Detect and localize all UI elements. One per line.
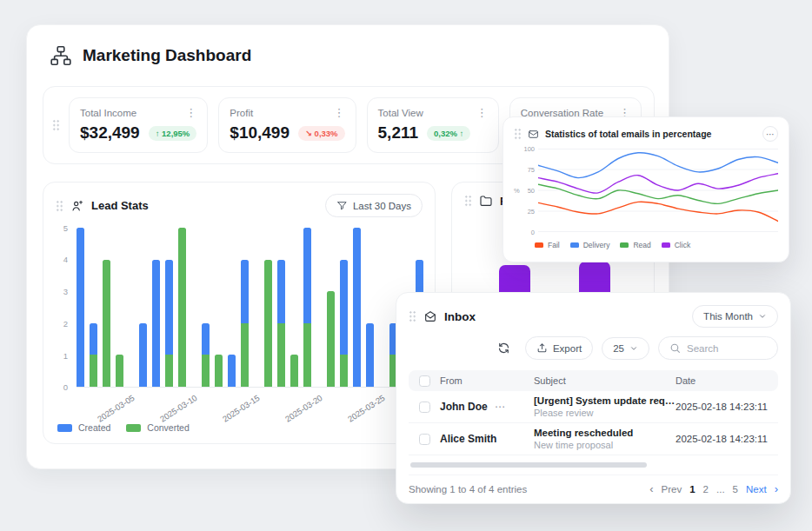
- kebab-menu-icon[interactable]: ⋮: [185, 107, 196, 118]
- stat-card: Total Income⋮$32,499↑ 12,95%: [69, 97, 208, 153]
- page-number[interactable]: 2: [703, 484, 709, 494]
- pagination-pages: 12...5: [689, 484, 738, 494]
- drag-handle-icon[interactable]: [52, 119, 60, 131]
- next-button[interactable]: Next: [746, 484, 767, 494]
- stat-label: Total View: [378, 108, 423, 118]
- drag-handle-icon[interactable]: [56, 200, 63, 212]
- lead-y-axis: 543210: [56, 228, 70, 388]
- x-tick-label: 2025-03-20: [283, 393, 324, 424]
- page: Marketing Dashboard Total Income⋮$32,499…: [0, 0, 812, 531]
- select-all-checkbox[interactable]: [419, 375, 430, 387]
- bar-group: [77, 228, 123, 387]
- row-checkbox[interactable]: [419, 402, 430, 413]
- panel-title: Lead Stats: [91, 199, 149, 212]
- kebab-menu-icon[interactable]: ⋮: [334, 107, 345, 118]
- bar: [353, 228, 361, 387]
- legend-item: Delivery: [570, 241, 610, 249]
- chevron-down-icon: [758, 312, 767, 321]
- email-y-axis: 1007550250: [522, 149, 538, 232]
- funnel-icon: [336, 200, 348, 211]
- email-stats-title: Statistics of total emails in percentage: [545, 129, 711, 139]
- bar: [264, 228, 272, 387]
- lead-stats-header: Lead Stats Last 30 Days: [43, 183, 435, 217]
- email-stats-card: Statistics of total emails in percentage…: [503, 116, 789, 262]
- stat-value: 5,211: [378, 123, 419, 143]
- x-tick-label: 2025-03-25: [346, 393, 387, 424]
- search-input[interactable]: [687, 343, 767, 354]
- column-header-subject: Subject: [534, 375, 676, 386]
- lead-bars: [77, 228, 426, 388]
- inbox-toolbar: Export 25: [409, 336, 778, 360]
- inbox-icon: [423, 309, 437, 323]
- bar: [139, 228, 147, 387]
- bar: [366, 228, 374, 387]
- scrollbar-thumb[interactable]: [410, 462, 647, 468]
- page-number[interactable]: 5: [733, 484, 738, 494]
- chevron-down-icon: [629, 344, 638, 353]
- inbox-footer: Showing 1 to 4 of 4 entries ‹ Prev 12...…: [409, 475, 778, 495]
- sender-name: Alice Smith: [440, 433, 496, 445]
- stat-card: Profit⋮$10,499↘ 0,33%: [218, 97, 356, 153]
- email-line-chart: % 1007550250: [514, 149, 778, 232]
- next-chevron-icon[interactable]: ›: [775, 482, 778, 495]
- bar: [77, 228, 84, 387]
- drag-handle-icon[interactable]: [409, 310, 416, 322]
- stat-value: $10,499: [230, 123, 290, 143]
- legend-swatch: [57, 424, 72, 432]
- inbox-header: Inbox This Month: [409, 305, 778, 328]
- drag-handle-icon[interactable]: [514, 128, 522, 140]
- x-tick-label: 2025-03-05: [96, 393, 136, 424]
- email-stats-menu-button[interactable]: ⋯: [762, 126, 778, 142]
- export-button[interactable]: Export: [525, 336, 593, 360]
- bar-group: [202, 228, 249, 387]
- drag-handle-icon[interactable]: [464, 195, 472, 207]
- prev-chevron-icon[interactable]: ‹: [649, 482, 653, 495]
- refresh-button[interactable]: [492, 337, 516, 360]
- legend-item: Click: [662, 241, 690, 249]
- lead-stats-icon: [70, 199, 84, 213]
- stat-card: Total View⋮5,2110,32% ↑: [367, 97, 499, 153]
- inbox-table-body: John Doe⋯[Urgent] System update required…: [409, 391, 778, 455]
- bar-group: [139, 228, 186, 387]
- search-box: [658, 336, 778, 360]
- row-checkbox[interactable]: [419, 434, 430, 445]
- page-title: Marketing Dashboard: [83, 46, 251, 65]
- legend-label: Read: [633, 241, 650, 249]
- date-filter-button[interactable]: Last 30 Days: [325, 194, 423, 217]
- table-row[interactable]: John Doe⋯[Urgent] System update required…: [409, 391, 778, 423]
- folder-icon: [479, 194, 493, 208]
- entries-summary: Showing 1 to 4 of 4 entries: [409, 484, 527, 494]
- bar: [116, 228, 123, 387]
- legend-label: Click: [675, 241, 690, 249]
- bar: [241, 228, 249, 387]
- legend-item: Created: [57, 422, 110, 433]
- column-header-from: From: [440, 375, 534, 386]
- bar: [327, 228, 335, 387]
- sitemap-icon: [50, 44, 72, 67]
- kebab-menu-icon[interactable]: ⋮: [476, 107, 488, 118]
- inbox-title: Inbox: [444, 310, 476, 323]
- legend-label: Converted: [147, 422, 189, 433]
- page-number[interactable]: 1: [689, 484, 695, 494]
- prev-button[interactable]: Prev: [662, 484, 682, 494]
- legend-item: Read: [620, 241, 650, 249]
- email-subject: Meeting rescheduled: [534, 428, 676, 438]
- legend-swatch: [535, 242, 543, 248]
- export-label: Export: [553, 343, 582, 354]
- date-filter-label: Last 30 Days: [353, 201, 411, 211]
- email-date: 2025-02-18 14:23:11: [676, 402, 778, 412]
- envelope-icon: [528, 129, 539, 140]
- bar: [178, 228, 186, 387]
- y-axis-label: %: [514, 187, 520, 195]
- bar: [303, 228, 311, 387]
- line-series-delivery: [538, 153, 778, 178]
- trend-badge: 0,32% ↑: [427, 126, 470, 141]
- lead-x-labels: 2025-03-052025-03-102025-03-152025-03-20…: [77, 388, 426, 422]
- lead-bar-chart: 543210 2025-03-052025-03-102025-03-15202…: [56, 228, 426, 388]
- table-row[interactable]: Alice SmithMeeting rescheduledNew time p…: [409, 423, 778, 455]
- export-icon: [536, 342, 548, 354]
- bar-group: [327, 228, 374, 387]
- period-filter-button[interactable]: This Month: [692, 305, 778, 328]
- row-menu-button[interactable]: ⋯: [495, 401, 505, 413]
- page-size-select[interactable]: 25: [602, 337, 649, 360]
